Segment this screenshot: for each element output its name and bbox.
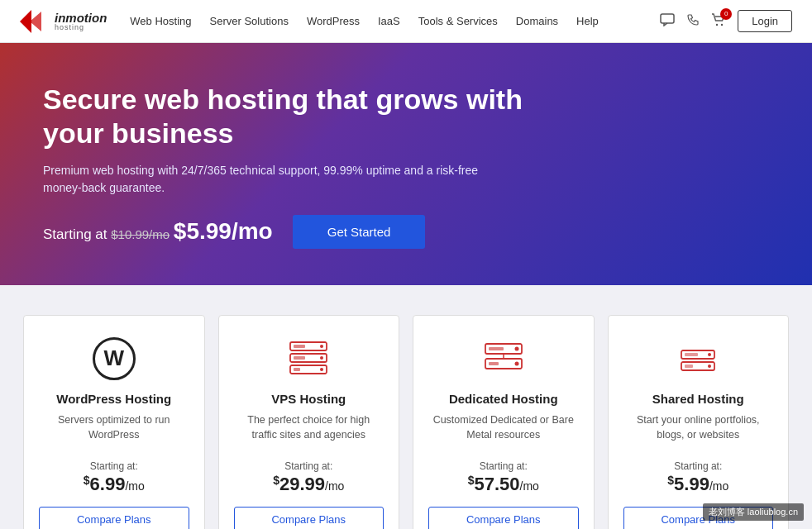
svg-point-18 [514,346,518,350]
wordpress-starting-label: Starting at: [90,460,138,472]
watermark: 老刘博客 laoliublog.cn [703,503,804,521]
dedicated-hosting-card: Dedicated Hosting Customized Dedicated o… [413,315,595,529]
svg-point-19 [514,361,518,365]
dedicated-card-title: Dedicated Hosting [449,392,558,406]
svg-point-25 [708,353,711,356]
nav-server-solutions[interactable]: Server Solutions [210,15,289,27]
nav-wordpress[interactable]: WordPress [307,15,360,27]
dedicated-compare-button[interactable]: Compare Plans [428,507,579,529]
svg-point-13 [320,368,323,371]
hero-price-prefix: Starting at [43,226,107,242]
nav-iaas[interactable]: IaaS [378,15,400,27]
wordpress-card-title: WordPress Hosting [56,392,171,406]
vps-price: $29.99/mo [273,474,344,495]
wordpress-price: $6.99/mo [84,474,145,495]
svg-point-11 [320,345,323,348]
logo-inmotion: inmotion [55,12,107,24]
nav-links: Web Hosting Server Solutions WordPress I… [130,15,660,27]
svg-rect-9 [294,356,305,360]
hero-subtext: Premium web hosting with 24/7/365 techni… [43,162,506,197]
hero-headline: Secure web hosting that grows with your … [43,83,523,150]
wordpress-icon: W [85,334,143,384]
wordpress-card-desc: Servers optimized to run WordPress [39,412,189,449]
cart-icon[interactable]: 0 [711,13,726,30]
nav-help[interactable]: Help [576,15,599,27]
svg-marker-0 [20,10,31,33]
nav-action-icons: 0 [660,13,726,30]
svg-point-3 [716,23,718,25]
svg-point-26 [708,365,711,368]
wordpress-compare-button[interactable]: Compare Plans [39,507,189,529]
phone-icon[interactable] [686,13,700,30]
login-button[interactable]: Login [738,10,792,32]
svg-rect-10 [294,368,300,371]
shared-card-title: Shared Hosting [652,392,744,406]
hero-cta-row: Starting at $10.99/mo $5.99/mo Get Start… [43,215,769,249]
vps-card-title: VPS Hosting [271,392,346,406]
shared-price: $5.99/mo [667,474,728,495]
shared-server-icon [669,334,727,384]
svg-rect-16 [489,347,504,350]
nav-domains[interactable]: Domains [516,15,558,27]
svg-rect-8 [294,345,305,348]
hosting-cards-section: W WordPress Hosting Servers optimized to… [0,285,812,529]
dedicated-server-icon [475,334,533,384]
hero-pricing: Starting at $10.99/mo $5.99/mo [43,218,273,245]
chat-icon[interactable] [660,13,675,30]
svg-point-4 [721,23,723,25]
vps-server-icon [279,334,337,384]
svg-rect-2 [661,14,674,23]
cart-badge: 0 [720,8,732,20]
vps-card-desc: The perfect choice for high traffic site… [234,412,385,449]
get-started-button[interactable]: Get Started [293,215,426,249]
dedicated-price: $57.50/mo [468,474,539,495]
svg-rect-17 [489,362,499,365]
svg-rect-23 [685,353,698,356]
wordpress-hosting-card: W WordPress Hosting Servers optimized to… [23,315,205,529]
nav-web-hosting[interactable]: Web Hosting [130,15,191,27]
hero-old-price: $10.99/mo [111,227,170,241]
svg-point-12 [320,356,323,360]
logo-hosting-text: hosting [55,24,107,31]
navbar: inmotion hosting Web Hosting Server Solu… [0,0,812,43]
vps-starting-label: Starting at: [284,460,332,472]
svg-marker-1 [30,12,41,31]
hero-section: Secure web hosting that grows with your … [0,43,812,285]
vps-compare-button[interactable]: Compare Plans [234,507,385,529]
shared-card-desc: Start your online portfolios, blogs, or … [623,412,774,449]
dedicated-card-desc: Customized Dedicated or Bare Metal resou… [428,412,579,449]
svg-rect-24 [685,365,693,368]
shared-starting-label: Starting at: [674,460,722,472]
nav-tools-services[interactable]: Tools & Services [418,15,498,27]
vps-hosting-card: VPS Hosting The perfect choice for high … [218,315,400,529]
dedicated-starting-label: Starting at: [480,460,528,472]
logo[interactable]: inmotion hosting [20,7,107,36]
hero-new-price: $5.99/mo [174,218,273,244]
shared-hosting-card: Shared Hosting Start your online portfol… [608,315,790,529]
